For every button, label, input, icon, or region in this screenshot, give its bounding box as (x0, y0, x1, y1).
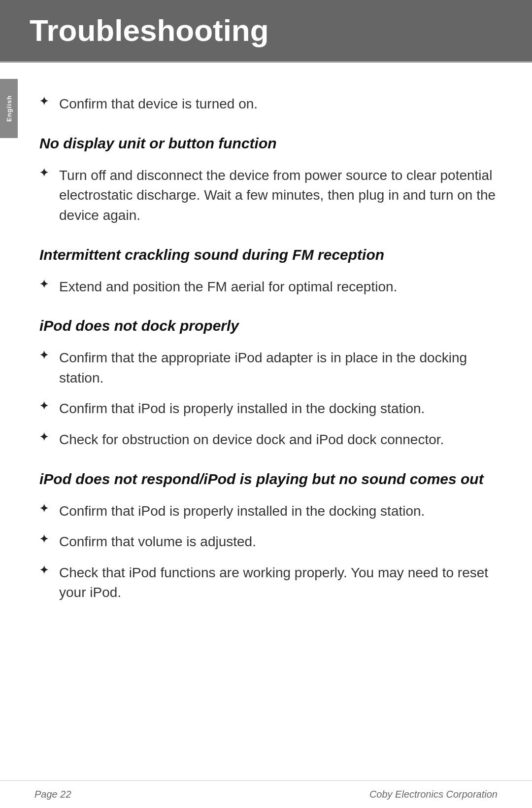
page-title: Troubleshooting (30, 14, 502, 47)
bullet-text: Confirm that volume is adjusted. (59, 532, 256, 552)
bullet-text: Extend and position the FM aerial for op… (59, 277, 397, 297)
bullet-plus-icon: ✦ (39, 95, 48, 108)
section-heading-ipod-dock: iPod does not dock properly (34, 316, 498, 336)
list-item: ✦ Turn off and disconnect the device fro… (34, 166, 498, 226)
list-item: ✦ Confirm that iPod is properly installe… (34, 399, 498, 419)
bullet-plus-icon: ✦ (39, 502, 48, 515)
bullet-text: Confirm that iPod is properly installed … (59, 501, 425, 522)
bullet-text: Confirm that device is turned on. (59, 94, 258, 114)
list-item: ✦ Extend and position the FM aerial for … (34, 277, 498, 297)
bullet-text: Confirm that the appropriate iPod adapte… (59, 348, 498, 388)
bullet-plus-icon: ✦ (39, 564, 48, 577)
bullet-plus-icon: ✦ (39, 349, 48, 362)
page-header: Troubleshooting (0, 0, 532, 61)
list-item: ✦ Confirm that iPod is properly installe… (34, 501, 498, 522)
bullet-text: Check for obstruction on device dock and… (59, 430, 444, 450)
list-item: ✦ Confirm that the appropriate iPod adap… (34, 348, 498, 388)
bullet-text: Confirm that iPod is properly installed … (59, 399, 425, 419)
bullet-plus-icon: ✦ (39, 533, 48, 546)
section-heading-ipod-respond: iPod does not respond/iPod is playing bu… (34, 469, 498, 490)
bullet-plus-icon: ✦ (39, 400, 48, 413)
list-item: ✦ Confirm that volume is adjusted. (34, 532, 498, 552)
section-heading-fm: Intermittent crackling sound during FM r… (34, 245, 498, 265)
bullet-plus-icon: ✦ (39, 431, 48, 444)
bullet-plus-icon: ✦ (39, 167, 48, 179)
list-item: ✦ Check that iPod functions are working … (34, 563, 498, 603)
page-content: ✦ Confirm that device is turned on. No d… (0, 63, 532, 663)
list-item: ✦ Confirm that device is turned on. (34, 94, 498, 114)
footer-brand-name: Coby Electronics Corporation (369, 789, 498, 800)
section-heading-no-display: No display unit or button function (34, 133, 498, 154)
page-footer: Page 22 Coby Electronics Corporation (0, 780, 532, 808)
list-item: ✦ Check for obstruction on device dock a… (34, 430, 498, 450)
footer-page-number: Page 22 (34, 789, 71, 800)
bullet-text: Turn off and disconnect the device from … (59, 166, 498, 226)
bullet-text: Check that iPod functions are working pr… (59, 563, 498, 603)
bullet-plus-icon: ✦ (39, 278, 48, 291)
